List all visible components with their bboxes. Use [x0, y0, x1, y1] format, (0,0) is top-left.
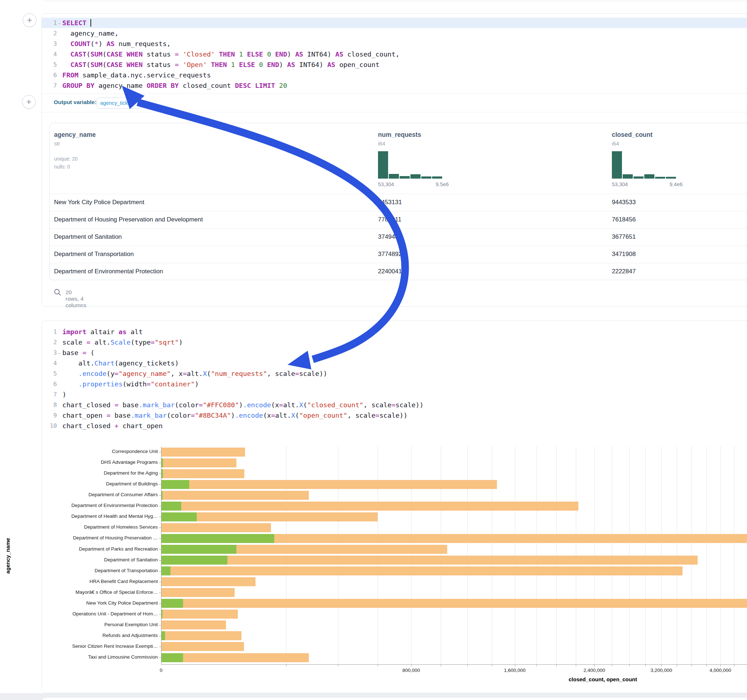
line-number: 8: [42, 400, 57, 410]
code-text: import altair as alt: [62, 327, 143, 337]
histogram-bin: [378, 151, 388, 179]
line-number: 2: [42, 28, 57, 39]
closed-count-histogram-range: 53,304 9.4e6: [612, 181, 677, 187]
code-text: FROM sample_data.nyc.service_requests: [62, 70, 211, 80]
output-variable-label: Output variable:: [54, 99, 97, 106]
code-line-7[interactable]: 7GROUP BY agency_name ORDER BY closed_co…: [42, 80, 747, 91]
line-number: 4: [42, 358, 57, 368]
code-text: .properties(width="container"): [62, 379, 199, 389]
cell-closed_count: 3677651: [612, 233, 636, 241]
next-cell-edge: [41, 697, 747, 700]
line-number: 5: [42, 368, 57, 379]
previous-cell-edge: [41, 0, 747, 1]
code-line-8[interactable]: 8chart_closed = base.mark_bar(color="#FF…: [42, 400, 747, 410]
cell-closed_count: 7618456: [612, 216, 636, 223]
search-icon[interactable]: [54, 288, 62, 296]
line-number: 7: [42, 389, 57, 400]
python-cell: 1import altair as alt2scale = alt.Scale(…: [41, 320, 747, 693]
histogram-bin: [623, 174, 633, 179]
table-dimensions-text: 20 rows, 4 columns: [66, 289, 86, 309]
sql-cell: 1⌄SELECT 2 agency_name,3 COUNT(*) AS num…: [41, 13, 747, 307]
code-line-5[interactable]: 5 .encode(y="agency_name", x=alt.X("num_…: [42, 368, 747, 379]
histogram-bin: [410, 174, 420, 179]
code-text: scale = alt.Scale(type="sqrt"): [62, 337, 183, 347]
output-variable-input[interactable]: agency_tickets: [97, 98, 141, 109]
code-text: CAST(SUM(CASE WHEN status = 'Open' THEN …: [62, 59, 380, 70]
num-requests-histogram-range: 53,304 9.5e6: [378, 181, 443, 187]
cell-agency_name: New York City Police Department: [54, 199, 144, 206]
table-row: New York City Police Department945313194…: [50, 194, 747, 211]
histogram-bin: [644, 174, 655, 179]
code-line-3[interactable]: 3⌄base = (: [42, 347, 747, 358]
cell-num_requests: 7782211: [378, 216, 401, 223]
sql-code-editor[interactable]: 1⌄SELECT 2 agency_name,3 COUNT(*) AS num…: [42, 18, 747, 91]
code-text: chart_closed = base.mark_bar(color="#FFC…: [62, 400, 424, 410]
line-number: 4: [42, 49, 57, 59]
cell-agency_name: Department of Housing Preservation and D…: [54, 216, 203, 223]
code-text: chart_closed + chart_open: [62, 421, 163, 431]
cell-agency_name: Department of Sanitation: [54, 233, 122, 241]
table-row: Department of Housing Preservation and D…: [50, 211, 747, 228]
histogram-bin: [655, 177, 665, 179]
code-text: alt.Chart(agency_tickets): [62, 358, 179, 368]
code-line-4[interactable]: 4 alt.Chart(agency_tickets): [42, 358, 747, 368]
code-text: COUNT(*) AS num_requests,: [62, 39, 171, 49]
code-line-1[interactable]: 1⌄SELECT: [42, 18, 747, 28]
text-cursor: [91, 19, 91, 27]
code-line-3[interactable]: 3 COUNT(*) AS num_requests,: [42, 39, 747, 49]
fold-chevron-icon[interactable]: ⌄: [57, 347, 63, 358]
add-cell-button-output[interactable]: +: [22, 95, 36, 109]
line-number: 6: [42, 379, 57, 389]
code-text: SELECT: [62, 18, 91, 28]
cell-closed_count: 3471908: [612, 250, 636, 258]
notebook-page: + + 1⌄SELECT 2 agency_name,3 COUNT(*) AS…: [0, 0, 747, 700]
cell-closed_count: 9443533: [612, 199, 636, 206]
code-text: agency_name,: [62, 28, 119, 39]
add-cell-button-top[interactable]: +: [23, 13, 36, 27]
cell-num_requests: 3774892: [378, 250, 402, 258]
histogram-bin: [432, 177, 442, 179]
table-row: Department of Transportation377489234719…: [50, 246, 747, 263]
cell-agency_name: Department of Environmental Protection: [54, 268, 163, 275]
y-axis-title: agency_name: [5, 520, 11, 592]
cell-num_requests: 9453131: [378, 199, 402, 206]
line-number: 10: [42, 421, 57, 431]
line-number: 5: [42, 59, 57, 70]
closed-count-histogram: [612, 151, 676, 179]
output-variable-row: Output variable: agency_tickets: [42, 93, 747, 112]
code-line-10[interactable]: 10chart_closed + chart_open: [42, 421, 747, 431]
line-number: 3: [42, 39, 57, 49]
histogram-bin: [666, 177, 676, 179]
code-line-6[interactable]: 6FROM sample_data.nyc.service_requests: [42, 70, 747, 80]
cell-agency_name: Department of Transportation: [54, 250, 134, 258]
line-number: 6: [42, 70, 57, 80]
code-line-2[interactable]: 2scale = alt.Scale(type="sqrt"): [42, 337, 747, 347]
code-line-6[interactable]: 6 .properties(width="container"): [42, 379, 747, 389]
code-line-2[interactable]: 2 agency_name,: [42, 28, 747, 39]
histogram-bin: [421, 177, 431, 179]
code-line-4[interactable]: 4 CAST(SUM(CASE WHEN status = 'Closed' T…: [42, 49, 747, 59]
column-header-agency-name: agency_name str unique: 20 nulls: 0: [54, 131, 96, 170]
code-line-1[interactable]: 1import altair as alt: [42, 327, 747, 337]
cell-num_requests: 2240041: [378, 268, 402, 275]
histogram-bin: [389, 174, 399, 179]
python-code-editor[interactable]: 1import altair as alt2scale = alt.Scale(…: [42, 327, 747, 431]
code-text: GROUP BY agency_name ORDER BY closed_cou…: [62, 80, 287, 91]
num-requests-histogram: [378, 151, 442, 179]
fold-chevron-icon[interactable]: ⌄: [57, 18, 63, 28]
cell-num_requests: 3749485: [378, 233, 402, 241]
code-line-5[interactable]: 5 CAST(SUM(CASE WHEN status = 'Open' THE…: [42, 59, 747, 70]
histogram-bin: [634, 177, 644, 179]
cell-closed_count: 2222847: [612, 268, 636, 275]
table-row: Department of Environmental Protection22…: [50, 263, 747, 280]
column-header-num-requests: num_requests i64: [378, 131, 421, 146]
histogram-bin: [612, 151, 622, 179]
table-row: Department of Sanitation37494853677651: [50, 228, 747, 246]
line-number: 1: [42, 327, 57, 337]
result-table: agency_name str unique: 20 nulls: 0 num_…: [49, 123, 747, 280]
code-line-9[interactable]: 9chart_open = base.mark_bar(color="#8BC3…: [42, 410, 747, 421]
code-line-7[interactable]: 7): [42, 389, 747, 400]
line-number: 1: [42, 18, 57, 28]
code-text: .encode(y="agency_name", x=alt.X("num_re…: [62, 368, 327, 379]
histogram-bin: [400, 176, 410, 179]
